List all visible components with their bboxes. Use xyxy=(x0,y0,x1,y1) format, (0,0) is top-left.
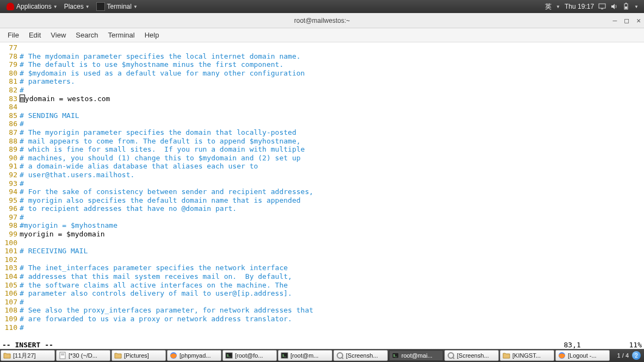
editor-line: 101# RECEIVING MAIL xyxy=(2,247,642,255)
taskbar: [11月27][*30 (~/D...[Pictures][phpmyad...… xyxy=(0,349,644,362)
places-label: Places xyxy=(64,3,84,10)
terminal-icon xyxy=(96,2,105,11)
maximize-button[interactable]: □ xyxy=(624,16,629,24)
chevron-down-icon: ▼ xyxy=(634,4,639,9)
taskbar-item[interactable]: $_[root@fo... xyxy=(222,350,277,361)
places-menu[interactable]: Places ▼ xyxy=(61,0,93,13)
battery-icon[interactable] xyxy=(622,3,630,10)
editor-line: 88# mail appears to come from. The defau… xyxy=(2,137,642,146)
editor-line: 95# myorigin also specifies the default … xyxy=(2,196,642,205)
term-icon: $_ xyxy=(392,352,399,359)
taskbar-item[interactable]: [phpmyad... xyxy=(167,350,221,361)
taskbar-item[interactable]: [Logout -... xyxy=(555,350,610,361)
vim-mode: -- INSERT -- xyxy=(2,341,53,349)
editor-line: 105# the software claims all active inte… xyxy=(2,281,642,290)
firefox-icon xyxy=(170,352,177,359)
svg-line-14 xyxy=(342,357,343,359)
editor-line: 83mydomain = westos.com xyxy=(2,95,642,103)
svg-line-18 xyxy=(453,357,454,359)
editor-line: 109# are forwarded to us via a proxy or … xyxy=(2,315,642,323)
taskbar-item[interactable]: [11月27] xyxy=(1,350,55,361)
eye-icon xyxy=(447,352,455,359)
taskbar-item[interactable]: [*30 (~/D... xyxy=(56,350,110,361)
chevron-down-icon: ▼ xyxy=(556,4,560,9)
editor-line: 100 xyxy=(2,239,642,247)
editor-line: 78# The mydomain parameter specifies the… xyxy=(2,52,642,61)
window-title: root@mailwestos:~ xyxy=(294,17,350,24)
taskbar-item[interactable]: [Screensh... xyxy=(333,350,388,361)
ime-indicator[interactable]: 英 xyxy=(545,2,552,11)
menu-edit[interactable]: Edit xyxy=(24,30,45,40)
svg-text:$_: $_ xyxy=(227,354,231,357)
applications-label: Applications xyxy=(16,3,52,10)
taskbar-item-label: [Pictures] xyxy=(124,352,149,359)
gedit-icon xyxy=(59,352,66,359)
notification-badge[interactable]: 2 xyxy=(632,351,641,360)
editor-line: 80# $mydomain is used as a default value… xyxy=(2,69,642,78)
taskbar-item[interactable]: [Pictures] xyxy=(112,350,166,361)
applications-menu[interactable]: Applications ▼ xyxy=(3,0,61,13)
folder-icon xyxy=(3,352,11,359)
window-controls: — □ ✕ xyxy=(613,13,641,28)
svg-text:$_: $_ xyxy=(393,354,397,357)
menu-search[interactable]: Search xyxy=(71,30,102,40)
taskbar-item-label: [Screensh... xyxy=(457,352,489,359)
editor-line: 87# The myorigin parameter specifies the… xyxy=(2,128,642,137)
terminal-menu[interactable]: Terminal ▼ xyxy=(93,0,141,13)
vim-percent: 11% xyxy=(629,341,642,349)
editor-line: 94# For the sake of consistency between … xyxy=(2,188,642,196)
term-icon: $_ xyxy=(225,352,233,359)
taskbar-item[interactable]: $_root@mai... xyxy=(389,350,443,361)
taskbar-item[interactable]: $_[root@m... xyxy=(278,350,332,361)
menu-help[interactable]: Help xyxy=(140,30,164,40)
taskbar-item-label: [KINGST... xyxy=(512,352,541,359)
editor-line: 97# xyxy=(2,213,642,222)
system-tray: 英 ▼ Thu 19:17 ▼ xyxy=(545,2,641,11)
vim-status: -- INSERT -- 83,1 11% xyxy=(0,341,644,349)
menu-view[interactable]: View xyxy=(46,30,70,40)
editor-line: 102 xyxy=(2,255,642,264)
folder-icon xyxy=(114,352,122,359)
editor-line: 107# xyxy=(2,298,642,307)
editor-line: 93# xyxy=(2,179,642,188)
menu-file[interactable]: File xyxy=(3,30,23,40)
taskbar-item[interactable]: [Screensh... xyxy=(444,350,499,361)
taskbar-item[interactable]: [KINGST... xyxy=(500,350,554,361)
folder-icon xyxy=(503,352,510,359)
svg-rect-0 xyxy=(599,4,605,8)
taskbar-item-label: [11月27] xyxy=(13,352,36,360)
taskbar-item-label: [root@m... xyxy=(290,352,319,359)
taskbar-item-label: root@mai... xyxy=(401,352,432,359)
editor-line: 86# xyxy=(2,120,642,128)
editor-line: 79# The default is to use $myhostname mi… xyxy=(2,60,642,69)
editor-line: 110# xyxy=(2,323,642,332)
volume-icon[interactable] xyxy=(610,3,618,10)
editor-line: 85# SENDING MAIL xyxy=(2,111,642,120)
redhat-icon xyxy=(7,3,14,10)
chevron-down-icon: ▼ xyxy=(85,4,90,9)
menubar: File Edit View Search Terminal Help xyxy=(0,28,644,42)
editor-line: 82# xyxy=(2,86,642,95)
titlebar[interactable]: root@mailwestos:~ — □ ✕ xyxy=(0,13,644,28)
taskbar-right: 1 / 4 2 xyxy=(614,349,644,362)
taskbar-item-label: [root@fo... xyxy=(235,352,263,359)
svg-text:$_: $_ xyxy=(282,354,286,357)
term-icon: $_ xyxy=(281,352,288,359)
top-panel: Applications ▼ Places ▼ Terminal ▼ 英 ▼ T… xyxy=(0,0,644,13)
svg-rect-1 xyxy=(601,9,603,9)
workspace-indicator[interactable]: 1 / 4 xyxy=(617,352,629,359)
taskbar-item-label: [Screensh... xyxy=(346,352,378,359)
menu-terminal[interactable]: Terminal xyxy=(104,30,139,40)
display-icon[interactable] xyxy=(598,3,606,10)
editor-line: 106# parameter also controls delivery of… xyxy=(2,289,642,298)
editor-line: 99myorigin = $mydomain xyxy=(2,230,642,239)
editor-line: 103# The inet_interfaces parameter speci… xyxy=(2,264,642,272)
editor-content[interactable]: 7778# The mydomain parameter specifies t… xyxy=(0,42,644,341)
minimize-button[interactable]: — xyxy=(613,16,617,24)
terminal-label: Terminal xyxy=(107,3,132,10)
chevron-down-icon: ▼ xyxy=(53,4,58,9)
close-button[interactable]: ✕ xyxy=(636,16,641,24)
svg-rect-3 xyxy=(625,7,627,9)
taskbar-item-label: [*30 (~/D... xyxy=(69,352,97,359)
clock[interactable]: Thu 19:17 xyxy=(565,3,594,10)
